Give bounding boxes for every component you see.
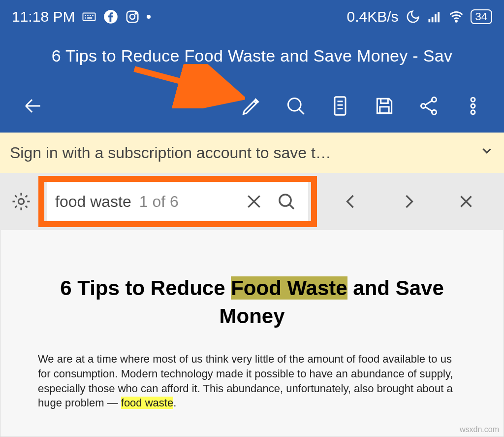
svg-rect-11 [428, 19, 430, 22]
heading-highlight: Food Waste [231, 276, 347, 300]
svg-point-4 [93, 15, 94, 16]
signal-icon [427, 9, 442, 24]
doc-paragraph: We are at a time where most of us think … [38, 352, 466, 410]
svg-rect-12 [431, 17, 433, 22]
svg-point-29 [280, 195, 291, 206]
svg-point-2 [88, 15, 89, 16]
svg-rect-0 [83, 13, 95, 21]
signin-banner[interactable]: Sign in with a subscription account to s… [0, 133, 504, 173]
wifi-icon [449, 9, 464, 24]
svg-rect-14 [438, 12, 440, 22]
svg-rect-21 [380, 107, 389, 113]
back-button[interactable] [11, 84, 55, 128]
find-go-button[interactable] [273, 192, 300, 211]
find-count: 1 of 6 [139, 193, 179, 211]
banner-text: Sign in with a subscription account to s… [10, 144, 331, 162]
document-title-bar: 6 Tips to Reduce Food Waste and Save Mon… [0, 34, 504, 79]
svg-point-16 [288, 98, 301, 111]
svg-point-15 [455, 20, 457, 22]
more-button[interactable] [451, 84, 495, 128]
battery-level: 34 [471, 9, 492, 24]
status-right: 0.4KB/s 34 [346, 8, 492, 25]
status-left: 11:18 PM [12, 8, 151, 25]
find-next-button[interactable] [391, 193, 426, 210]
svg-point-27 [471, 110, 475, 114]
close-find-button[interactable] [449, 193, 483, 210]
search-button[interactable] [274, 84, 318, 128]
find-query: food waste [55, 193, 131, 211]
svg-point-25 [471, 98, 475, 101]
find-bar: food waste 1 of 6 [0, 173, 504, 230]
document-title: 6 Tips to Reduce Food Waste and Save Mon… [52, 46, 452, 65]
body-post: . [173, 397, 176, 409]
facebook-icon [103, 9, 118, 24]
network-speed: 0.4KB/s [346, 8, 398, 25]
svg-rect-17 [335, 97, 346, 115]
mobile-view-button[interactable] [318, 84, 362, 128]
chevron-down-icon [479, 143, 494, 162]
find-nav [317, 193, 500, 210]
body-highlight: food waste [121, 397, 173, 409]
save-button[interactable] [362, 84, 407, 128]
svg-point-9 [130, 14, 135, 19]
edit-button[interactable] [229, 84, 274, 128]
svg-point-10 [135, 13, 137, 14]
find-input-box[interactable]: food waste 1 of 6 [47, 182, 308, 221]
watermark: wsxdn.com [460, 425, 499, 434]
svg-point-1 [85, 15, 87, 16]
moon-icon [406, 9, 420, 24]
share-button[interactable] [407, 84, 451, 128]
status-time: 11:18 PM [12, 8, 75, 25]
find-settings-button[interactable] [4, 191, 38, 212]
svg-rect-13 [435, 14, 437, 22]
instagram-icon [125, 9, 140, 24]
svg-point-3 [90, 15, 92, 16]
svg-point-5 [85, 17, 87, 19]
clear-find-button[interactable] [240, 192, 268, 211]
find-input-highlight: food waste 1 of 6 [38, 176, 317, 227]
document-page[interactable]: 6 Tips to Reduce Food Waste and Save Mon… [0, 230, 504, 437]
svg-rect-6 [88, 17, 93, 19]
body-pre: We are at a time where most of us think … [38, 353, 453, 409]
keyboard-icon [82, 9, 96, 24]
svg-point-26 [471, 104, 475, 108]
dot-icon [147, 15, 151, 19]
app-toolbar [0, 79, 504, 133]
svg-point-28 [18, 199, 24, 204]
doc-heading: 6 Tips to Reduce Food Waste and Save Mon… [38, 274, 466, 330]
status-bar: 11:18 PM 0.4KB/s 34 [0, 0, 504, 34]
find-prev-button[interactable] [334, 193, 368, 210]
heading-pre: 6 Tips to Reduce [60, 276, 231, 300]
